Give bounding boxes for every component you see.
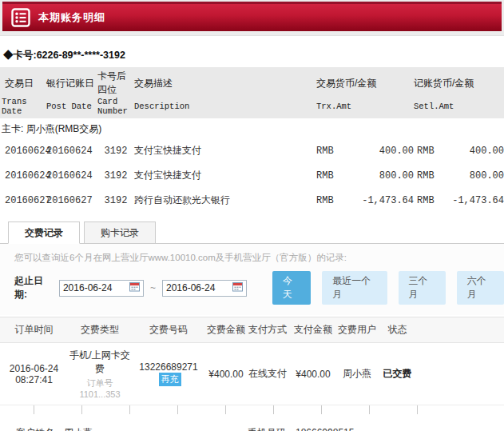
page-title: 本期账务明细 bbox=[38, 10, 105, 25]
col-post-date: 银行记账日 bbox=[46, 67, 97, 97]
clipped-row-dividers bbox=[0, 405, 504, 414]
col-trx-amt-en: Trx.Amt bbox=[316, 97, 414, 118]
card-holder-label: 主卡: 周小燕(RMB交易) bbox=[0, 118, 504, 138]
order-date: 2016-06-24 bbox=[0, 363, 68, 374]
card-holder-group-row: 主卡: 周小燕(RMB交易) bbox=[0, 118, 504, 138]
col-post-date-en: Post Date bbox=[46, 97, 97, 118]
col-status: 状态 bbox=[376, 317, 419, 343]
query-hint-text: 您可以查询近6个月在网上营业厅www.10010.com及手机营业厅（官方版）的… bbox=[14, 252, 504, 264]
col-card-number: 卡号后四位 bbox=[97, 67, 134, 97]
trans-date-cell: 20160624 bbox=[0, 163, 46, 188]
col-setl-amt: 记账货币/金额 bbox=[414, 67, 504, 97]
bank-transactions-table: 交易日 银行记账日 卡号后四位 交易描述 交易货币/金额 记账货币/金额 Tra… bbox=[0, 67, 504, 213]
trx-currency-cell: RMB bbox=[316, 188, 348, 213]
date-range-label: 起止日期: bbox=[14, 274, 54, 301]
col-description: 交易描述 bbox=[134, 67, 316, 97]
pay-user-cell: 周小燕 bbox=[338, 343, 376, 405]
description-cell: 跨行自动还款光大银行 bbox=[134, 188, 316, 213]
col-trans-date: 交易日 bbox=[0, 67, 46, 97]
six-months-button[interactable]: 六个月 bbox=[457, 271, 504, 305]
table-row: 2016-06-24 08:27:41 手机/上网卡交费 订单号1101...3… bbox=[0, 343, 504, 405]
card-number-label: ◆卡号:6226-89**-****-3192 bbox=[0, 36, 504, 67]
setl-currency-cell: RMB bbox=[414, 188, 442, 213]
last-month-button[interactable]: 最近一个月 bbox=[322, 271, 387, 305]
range-separator: ~ bbox=[150, 282, 156, 293]
table-row: 20160624 20160624 3192 支付宝快捷支付 RMB 800.0… bbox=[0, 163, 504, 188]
payment-table-header: 订单时间 交费类型 交费号码 交费金额 支付方式 支付金额 交费用户 状态 bbox=[0, 317, 504, 343]
post-date-cell: 20160624 bbox=[46, 138, 97, 163]
trx-currency-cell: RMB bbox=[316, 138, 348, 163]
col-trans-date-en: Trans Date bbox=[0, 97, 46, 118]
paid-amount-cell: ¥400.00 bbox=[288, 343, 338, 405]
col-order-time: 订单时间 bbox=[0, 317, 68, 343]
trx-amount-cell: -1,473.64 bbox=[348, 188, 414, 213]
setl-currency-cell: RMB bbox=[414, 138, 442, 163]
setl-currency-cell: RMB bbox=[414, 163, 442, 188]
col-pay-amount: 交费金额 bbox=[205, 317, 247, 343]
description-cell: 支付宝快捷支付 bbox=[134, 138, 316, 163]
three-months-button[interactable]: 三个月 bbox=[399, 271, 446, 305]
trx-amount-cell: 800.00 bbox=[348, 163, 414, 188]
tab-card-purchase-records[interactable]: 购卡记录 bbox=[84, 221, 156, 244]
col-filler bbox=[419, 317, 504, 343]
record-tabs: 交费记录 购卡记录 bbox=[0, 221, 504, 244]
post-date-cell: 20160624 bbox=[46, 163, 97, 188]
trx-currency-cell: RMB bbox=[316, 163, 348, 188]
query-panel: 您可以查询近6个月在网上营业厅www.10010.com及手机营业厅（官方版）的… bbox=[0, 244, 504, 315]
col-pay-method: 支付方式 bbox=[247, 317, 288, 343]
setl-amount-cell: -1,473.64 bbox=[442, 188, 504, 213]
pay-method-cell: 在线支付 bbox=[247, 343, 288, 405]
col-description-en: Description bbox=[134, 97, 316, 118]
col-paid-amount: 支付金额 bbox=[288, 317, 338, 343]
date-to-input[interactable]: 2016-06-24 bbox=[162, 280, 247, 297]
trans-date-cell: 20160627 bbox=[0, 188, 46, 213]
setl-amount-cell: 400.00 bbox=[442, 138, 504, 163]
table-row: 20160627 20160627 3192 跨行自动还款光大银行 RMB -1… bbox=[0, 188, 504, 213]
col-pay-number: 交费号码 bbox=[132, 317, 205, 343]
payment-records-table: 订单时间 交费类型 交费号码 交费金额 支付方式 支付金额 交费用户 状态 20… bbox=[0, 317, 504, 405]
pay-type: 手机/上网卡交费 bbox=[68, 349, 132, 376]
tab-payment-records[interactable]: 交费记录 bbox=[8, 221, 80, 244]
card-cell: 3192 bbox=[97, 163, 134, 188]
status-badge: 已交费 bbox=[376, 343, 419, 405]
banner-area: 本期账务明细 bbox=[0, 0, 504, 36]
col-card-number-en: Card Number bbox=[97, 97, 134, 118]
filler-cell bbox=[419, 343, 504, 405]
trans-date-cell: 20160624 bbox=[0, 138, 46, 163]
quick-range-buttons: 今天 最近一个月 三个月 六个月 bbox=[272, 271, 504, 305]
pay-type-cell: 手机/上网卡交费 订单号1101...353 bbox=[68, 343, 132, 405]
post-date-cell: 20160627 bbox=[46, 188, 97, 213]
col-pay-type: 交费类型 bbox=[68, 317, 132, 343]
date-from-value: 2016-06-24 bbox=[63, 282, 112, 293]
recharge-again-badge[interactable]: 再充 bbox=[159, 373, 181, 386]
bank-table-header-cn: 交易日 银行记账日 卡号后四位 交易描述 交易货币/金额 记账货币/金额 bbox=[0, 67, 504, 97]
table-row: 20160624 20160624 3192 支付宝快捷支付 RMB 400.0… bbox=[0, 138, 504, 163]
phone-number: 13226689271 bbox=[139, 361, 197, 373]
date-range-row: 起止日期: 2016-06-24 ~ 2016-06-24 bbox=[14, 271, 504, 305]
col-trx-amt: 交易货币/金额 bbox=[316, 67, 414, 97]
calendar-icon[interactable] bbox=[232, 281, 243, 294]
calendar-icon[interactable] bbox=[129, 281, 140, 294]
trx-amount-cell: 400.00 bbox=[348, 138, 414, 163]
customer-name-label: 客户姓名：周小燕 bbox=[16, 426, 248, 431]
pay-amount-cell: ¥400.00 bbox=[205, 343, 247, 405]
date-from-input[interactable]: 2016-06-24 bbox=[59, 280, 144, 297]
customer-phone-label: 手机号码：18666098515 bbox=[248, 426, 354, 431]
list-icon bbox=[11, 8, 30, 27]
bank-table-header-en: Trans Date Post Date Card Number Descrip… bbox=[0, 97, 504, 118]
order-time: 08:27:41 bbox=[0, 374, 68, 385]
description-cell: 支付宝快捷支付 bbox=[134, 163, 316, 188]
order-number: 订单号1101...353 bbox=[68, 377, 132, 399]
section-header-bar: 本期账务明细 bbox=[2, 2, 502, 31]
order-time-cell: 2016-06-24 08:27:41 bbox=[0, 343, 68, 405]
col-pay-user: 交费用户 bbox=[338, 317, 376, 343]
pay-number-cell: 13226689271再充 bbox=[132, 343, 205, 405]
date-to-value: 2016-06-24 bbox=[166, 282, 215, 293]
col-setl-amt-en: Setl.Amt bbox=[414, 97, 504, 118]
setl-amount-cell: 800.00 bbox=[442, 163, 504, 188]
today-button[interactable]: 今天 bbox=[272, 271, 311, 305]
card-cell: 3192 bbox=[97, 188, 134, 213]
customer-info-row: 客户姓名：周小燕 手机号码：18666098515 bbox=[0, 414, 504, 431]
card-cell: 3192 bbox=[97, 138, 134, 163]
